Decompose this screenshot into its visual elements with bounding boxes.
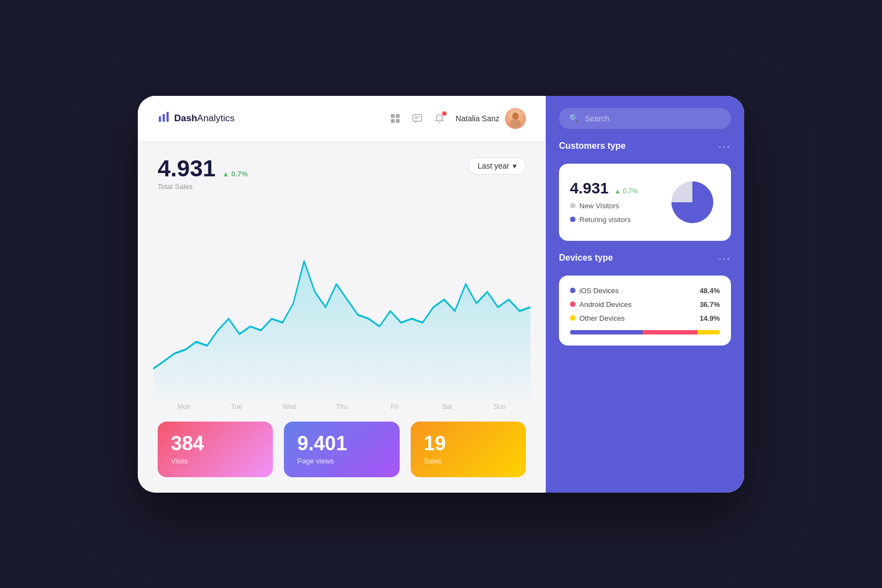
x-axis-labels: Mon Tue Wed Thu Fri Sat Sun <box>158 400 526 419</box>
app-name: DashAnalytics <box>174 113 235 124</box>
legend-returning-label: Returing visitors <box>579 215 631 224</box>
customers-card: 4.931 ▲ 0.7% New Visitors Returing visit… <box>559 164 731 241</box>
main-content: 4.931 ▲ 0.7% Total Sales Last year ▾ <box>138 142 546 493</box>
android-pct: 36.7% <box>700 300 720 309</box>
total-sales-value: 4.931 <box>158 157 216 180</box>
customers-section-header: Customers type ··· <box>559 140 731 153</box>
x-label-fri: Fri <box>368 403 421 411</box>
notification-badge <box>442 111 447 116</box>
legend-dot-gray <box>570 203 576 208</box>
devices-progress-bar <box>570 330 720 335</box>
search-icon: 🔍 <box>569 114 579 123</box>
user-avatar <box>505 108 526 129</box>
period-selector[interactable]: Last year ▾ <box>468 157 526 175</box>
search-bar[interactable]: 🔍 <box>559 108 731 129</box>
svg-rect-4 <box>396 114 400 118</box>
ios-progress-seg <box>570 330 643 335</box>
app-header: DashAnalytics <box>138 96 546 142</box>
customers-value: 4.931 <box>570 180 609 197</box>
stats-header: 4.931 ▲ 0.7% Total Sales Last year ▾ <box>158 157 526 191</box>
stat-card-sales: 19 Sales <box>411 422 526 477</box>
visits-label: Visits <box>171 457 260 465</box>
grid-icon[interactable] <box>390 113 401 124</box>
x-label-thu: Thu <box>315 403 368 411</box>
svg-rect-6 <box>396 119 400 123</box>
stat-cards: 384 Visits 9.401 Page views 19 Sales <box>158 422 526 477</box>
device-row-other: Other Devices 14.9% <box>570 314 720 322</box>
notification-icon[interactable] <box>434 113 445 124</box>
svg-rect-3 <box>391 114 395 118</box>
total-sales-trend: ▲ 0.7% <box>222 170 248 178</box>
header-actions: Natalia Sanz <box>390 108 526 129</box>
line-chart <box>153 199 530 400</box>
svg-rect-7 <box>413 115 422 121</box>
android-progress-seg <box>643 330 698 335</box>
devices-list: iOS Devices 48.4% Android Devices 36.7% … <box>570 287 720 322</box>
other-label: Other Devices <box>579 314 625 322</box>
devices-more-icon[interactable]: ··· <box>718 252 731 265</box>
devices-card: iOS Devices 48.4% Android Devices 36.7% … <box>559 276 731 346</box>
svg-rect-0 <box>159 116 161 122</box>
x-label-sun: Sun <box>474 403 526 411</box>
ios-pct: 48.4% <box>700 287 720 295</box>
total-sales-block: 4.931 ▲ 0.7% Total Sales <box>158 157 248 191</box>
devices-section-header: Devices type ··· <box>559 252 731 265</box>
sales-value: 19 <box>424 434 513 454</box>
customers-trend: ▲ 0.7% <box>615 187 638 195</box>
legend-dot-purple <box>570 217 576 222</box>
customers-title: Customers type <box>559 141 626 151</box>
user-info: Natalia Sanz <box>456 108 526 129</box>
legend-returning-visitors: Returing visitors <box>570 215 656 224</box>
svg-point-11 <box>512 112 519 120</box>
pageviews-value: 9.401 <box>297 434 386 454</box>
main-panel: DashAnalytics <box>138 96 546 493</box>
x-label-tue: Tue <box>210 403 262 411</box>
right-panel: 🔍 Customers type ··· 4.931 ▲ 0.7% New Vi… <box>546 96 744 493</box>
stat-card-visits: 384 Visits <box>158 422 273 477</box>
total-sales-label: Total Sales <box>158 182 248 191</box>
device-row-android: Android Devices 36.7% <box>570 300 720 309</box>
period-label: Last year <box>477 161 509 170</box>
customers-more-icon[interactable]: ··· <box>718 140 731 153</box>
customers-pie-chart <box>665 175 720 230</box>
other-progress-seg <box>697 330 720 335</box>
android-dot <box>570 301 576 307</box>
logo-icon <box>158 111 170 126</box>
ios-label: iOS Devices <box>579 287 619 295</box>
device-frame: DashAnalytics <box>138 96 744 493</box>
ios-dot <box>570 288 576 293</box>
visits-value: 384 <box>171 434 260 454</box>
customers-stats: 4.931 ▲ 0.7% New Visitors Returing visit… <box>570 181 656 224</box>
user-name: Natalia Sanz <box>456 114 499 123</box>
pageviews-label: Page views <box>297 457 386 465</box>
x-label-wed: Wed <box>263 403 315 411</box>
legend-new-visitors: New Visitors <box>570 202 656 210</box>
x-label-mon: Mon <box>158 403 210 411</box>
message-icon[interactable] <box>412 113 423 124</box>
other-pct: 14.9% <box>700 314 720 322</box>
legend-new-label: New Visitors <box>579 202 619 210</box>
svg-rect-1 <box>163 114 165 122</box>
svg-point-12 <box>510 119 521 128</box>
chevron-down-icon: ▾ <box>513 161 517 170</box>
sales-label: Sales <box>424 457 513 465</box>
x-label-sat: Sat <box>421 403 473 411</box>
svg-rect-5 <box>391 119 395 123</box>
devices-title: Devices type <box>559 253 613 263</box>
other-dot <box>570 315 576 321</box>
logo-area: DashAnalytics <box>158 111 390 126</box>
stat-card-pageviews: 9.401 Page views <box>284 422 399 477</box>
android-label: Android Devices <box>579 300 632 309</box>
device-row-ios: iOS Devices 48.4% <box>570 287 720 295</box>
svg-rect-2 <box>166 112 169 122</box>
search-input[interactable] <box>585 114 721 123</box>
